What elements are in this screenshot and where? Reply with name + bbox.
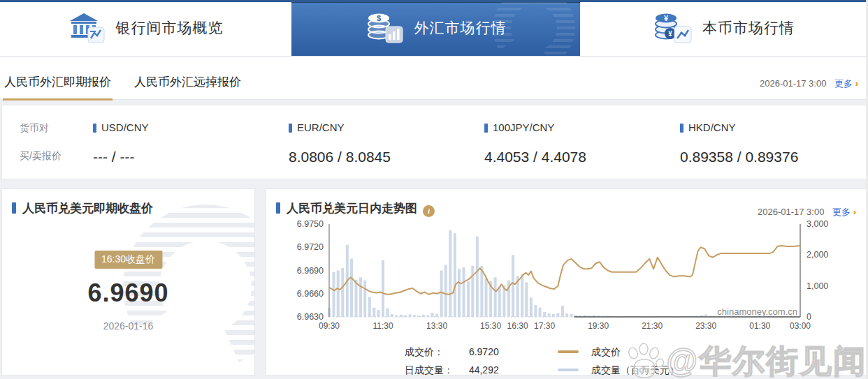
- legend-volume-label: 成交量（百万美元）: [591, 364, 679, 376]
- quote-timestamp: 2026-01-17 3:00: [760, 78, 826, 89]
- blue-bullet-icon: [12, 202, 16, 214]
- nav-tab-interbank-overview[interactable]: 银行间市场概览: [0, 0, 291, 56]
- svg-text:23:30: 23:30: [695, 321, 716, 331]
- svg-text:6.9660: 6.9660: [297, 289, 324, 299]
- bid-ask-eurcny: 8.0806 / 8.0845: [289, 147, 484, 167]
- chart-card-title: 人民币兑美元日内走势图i: [276, 200, 435, 217]
- pair-100jpycny: 100JPY/CNY: [484, 119, 680, 136]
- svg-text:¥: ¥: [664, 14, 669, 22]
- pair-hkdcny: HKD/CNY: [680, 119, 868, 136]
- svg-text:6.9690: 6.9690: [297, 266, 324, 276]
- svg-text:6.9750: 6.9750: [297, 219, 324, 229]
- chart-legend: 成交价 成交量（百万美元）: [558, 343, 679, 376]
- intraday-trend-chart: 6.97506.97206.96906.96606.96303,0002,000…: [286, 218, 845, 343]
- closing-card-title: 人民币兑美元即期收盘价: [12, 200, 153, 216]
- chart-footer: 成交价： 6.9720 日成交量： 44,292 成交价 成交量（百万美元）: [405, 343, 679, 376]
- svg-text:16:30: 16:30: [507, 321, 528, 331]
- svg-text:13:30: 13:30: [426, 321, 447, 331]
- nav-tab-local-currency-market[interactable]: ¥ ¥ 本币市场行情: [580, 0, 868, 56]
- svg-text:17:30: 17:30: [534, 321, 555, 331]
- blue-bullet-icon: [484, 124, 488, 133]
- svg-text:$: $: [376, 14, 380, 22]
- pair-eurcny: EUR/CNY: [289, 119, 484, 136]
- blue-bullet-icon: [93, 124, 96, 133]
- last-price-label: 成交价：: [405, 343, 466, 361]
- top-border-line: [0, 0, 868, 2]
- main-nav: 银行间市场概览: [0, 0, 868, 57]
- day-volume-label: 日成交量：: [405, 361, 466, 376]
- svg-text:01:30: 01:30: [749, 321, 770, 331]
- bank-chart-icon: [68, 12, 106, 44]
- svg-text:0: 0: [806, 312, 811, 322]
- subtab-rmb-fx-spot-quotes[interactable]: 人民币外汇即期报价: [3, 57, 113, 101]
- svg-text:03:00: 03:00: [790, 321, 811, 331]
- svg-text:6.9630: 6.9630: [297, 312, 324, 322]
- blue-bullet-icon: [276, 202, 280, 214]
- closing-price-date: 2026-01-16: [2, 320, 254, 332]
- more-link[interactable]: 更多: [832, 207, 851, 217]
- quote-type-tabs: 人民币外汇即期报价 人民币外汇远掉报价 2026-01-17 3:00 更多 ›: [0, 57, 868, 100]
- legend-price-label: 成交价: [591, 346, 621, 357]
- svg-text:3,000: 3,000: [806, 219, 828, 229]
- dollar-coins-bar-chart-icon: $: [366, 11, 405, 45]
- usd-cny-intraday-chart-card: 人民币兑美元日内走势图i 2026-01-17 3:00 更多 › 6.9750…: [266, 188, 867, 376]
- chart-source-watermark: chinamoney.com.cn: [717, 306, 797, 317]
- info-icon[interactable]: i: [423, 205, 435, 217]
- subtab-rmb-fx-forward-swap-quotes[interactable]: 人民币外汇远掉报价: [133, 57, 243, 98]
- volume-bar-swatch: [558, 369, 579, 371]
- last-price-value: 6.9720: [469, 346, 499, 357]
- chevron-right-icon[interactable]: ›: [855, 78, 858, 89]
- yuan-coins-line-chart-icon: ¥ ¥: [653, 11, 693, 45]
- svg-text:19:30: 19:30: [588, 321, 609, 331]
- pair-row-label: 货币对: [20, 119, 93, 136]
- more-link[interactable]: 更多: [834, 78, 853, 89]
- svg-text:11:30: 11:30: [372, 321, 393, 331]
- nav-tab-label: 银行间市场概览: [116, 18, 224, 38]
- chart-timestamp: 2026-01-17 3:00: [758, 207, 824, 217]
- blue-bullet-icon: [680, 124, 683, 133]
- bid-ask-row-label: 买/卖报价: [20, 147, 93, 167]
- spot-quote-panel: 货币对 USD/CNY EUR/CNY 100JPY/CNY HKD/CNY 买…: [1, 105, 867, 179]
- bid-ask-100jpycny: 4.4053 / 4.4078: [484, 147, 680, 167]
- svg-text:¥: ¥: [668, 30, 672, 38]
- blue-bullet-icon: [289, 124, 292, 133]
- svg-text:21:30: 21:30: [642, 321, 663, 331]
- bid-ask-hkdcny: 0.89358 / 0.89376: [680, 147, 868, 167]
- svg-text:09:30: 09:30: [319, 321, 340, 331]
- closing-time-badge: 16:30收盘价: [94, 251, 162, 269]
- usd-cny-closing-price-card: 人民币兑美元即期收盘价 16:30收盘价 6.9690 2026-01-16: [1, 188, 255, 376]
- pair-usdcny: USD/CNY: [93, 119, 289, 136]
- nav-tab-label: 本币市场行情: [702, 18, 795, 38]
- bid-ask-usdcny: --- / ---: [93, 147, 289, 167]
- day-volume-value: 44,292: [469, 364, 499, 376]
- closing-price-value: 6.9690: [2, 278, 254, 308]
- svg-text:1,000: 1,000: [806, 281, 828, 291]
- chinamoney-logo-watermark: [444, 0, 577, 56]
- svg-text:6.9720: 6.9720: [297, 242, 324, 252]
- price-line-swatch: [558, 350, 579, 353]
- svg-text:15:30: 15:30: [480, 321, 501, 331]
- chevron-right-icon[interactable]: ›: [853, 207, 856, 217]
- nav-tab-fx-market-quotes[interactable]: $ 外汇市场行情: [291, 0, 580, 56]
- chart-stats: 成交价： 6.9720 日成交量： 44,292: [405, 343, 558, 376]
- svg-text:2,000: 2,000: [806, 250, 828, 260]
